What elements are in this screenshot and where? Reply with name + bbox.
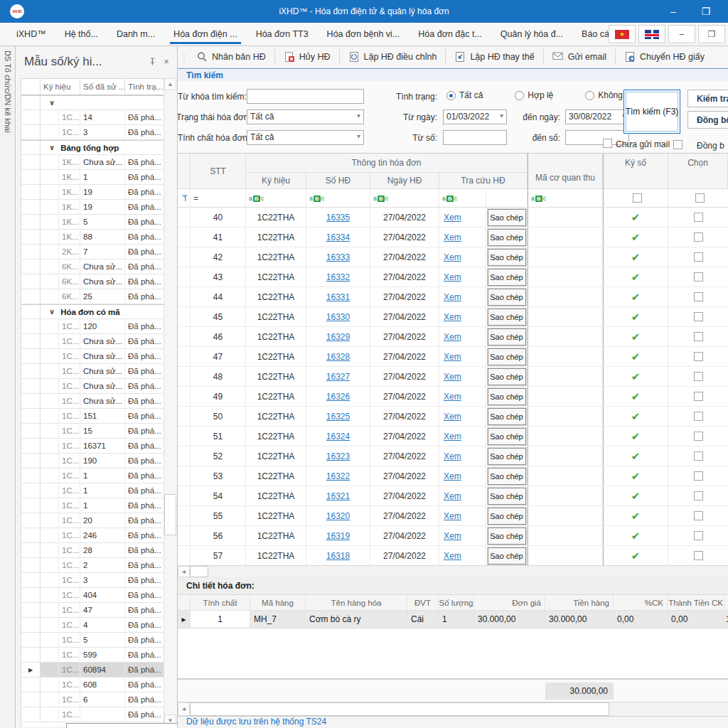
copy-invoice-button[interactable]: Sao chép — [488, 408, 526, 425]
copy-invoice-button[interactable]: Sao chép — [488, 428, 526, 445]
maximize-window-button[interactable]: ❐ — [690, 0, 722, 23]
filter-so-hd[interactable]: aBc — [306, 189, 370, 207]
invoice-number-link[interactable]: 16319 — [326, 531, 350, 541]
scroll-up-icon[interactable]: ▲ — [164, 78, 176, 90]
copy-invoice-button[interactable]: Sao chép — [488, 309, 526, 326]
copy-invoice-button[interactable]: Sao chép — [488, 508, 526, 525]
language-vietnamese-button[interactable] — [609, 25, 636, 43]
sidebar-row[interactable]: 1K...19Đã phá... — [21, 200, 164, 215]
view-invoice-link[interactable]: Xem — [444, 432, 461, 441]
copy-invoice-button[interactable]: Sao chép — [488, 468, 526, 485]
invoice-row[interactable]: 401C22THA1633527/04/2022XemSao chép — [178, 208, 728, 228]
col-ky-so[interactable]: Ký số — [603, 154, 668, 189]
invoice-number-link[interactable]: 16326 — [326, 392, 350, 402]
invoice-row[interactable]: 501C22THA1632527/04/2022XemSao chép — [178, 407, 728, 427]
view-invoice-link[interactable]: Xem — [444, 392, 461, 402]
select-row-checkbox[interactable] — [694, 471, 703, 481]
filter-ngay-hd[interactable]: aBc — [370, 189, 439, 207]
detail-col-8[interactable]: Thành Tiền CK — [668, 595, 724, 610]
col-tra-cuu-hd[interactable]: Tra cứu HĐ — [439, 173, 528, 189]
copy-invoice-button[interactable]: Sao chép — [488, 348, 526, 365]
dock-tab-ds-to-chuc[interactable]: DS Tổ chức/DN kê khai — [4, 50, 12, 132]
view-invoice-link[interactable]: Xem — [444, 252, 461, 262]
sidebar-scrollbar[interactable]: ▲ ▼ — [164, 78, 176, 727]
select-row-checkbox[interactable] — [694, 432, 703, 441]
select-row-checkbox[interactable] — [694, 332, 703, 341]
sidebar-row[interactable]: 6K...Chưa sử...Đã phá... — [21, 274, 164, 289]
view-invoice-link[interactable]: Xem — [444, 511, 461, 521]
select-row-checkbox[interactable] — [694, 491, 703, 500]
invoice-row[interactable]: 531C22THA1632227/04/2022XemSao chép — [178, 466, 728, 486]
select-row-checkbox[interactable] — [694, 511, 703, 520]
detail-col-5[interactable]: Đơn giá — [474, 595, 545, 610]
keyword-input[interactable] — [247, 89, 364, 104]
sidebar-row[interactable]: 1K...5Đã phá... — [21, 215, 164, 230]
view-invoice-link[interactable]: Xem — [444, 471, 461, 481]
detail-hscroll-thumb[interactable] — [190, 702, 609, 716]
detail-col-7[interactable]: %CK — [614, 595, 668, 610]
detail-col-6[interactable]: Tiền hàng — [545, 595, 614, 610]
invoice-row[interactable]: 461C22THA1632927/04/2022XemSao chép — [178, 327, 728, 347]
invoice-number-link[interactable]: 16328 — [326, 352, 350, 362]
menu-item-2[interactable]: Danh m... — [107, 23, 164, 46]
menu-item-5[interactable]: Hóa đơn bệnh vi... — [318, 23, 410, 46]
sidebar-row[interactable]: 1C...Chưa sử...Đã phá... — [21, 364, 164, 379]
pin-icon[interactable] — [145, 55, 159, 69]
sidebar-row[interactable]: 1C...5Đã phá... — [21, 633, 164, 648]
view-invoice-link[interactable]: Xem — [444, 531, 461, 541]
sidebar-row[interactable]: 1C...1Đã phá... — [21, 483, 164, 498]
copy-invoice-button[interactable]: Sao chép — [488, 388, 526, 405]
invoice-row[interactable]: 411C22THA1633427/04/2022XemSao chép — [178, 228, 728, 247]
check-invoice-button[interactable]: Kiểm tra — [687, 90, 728, 107]
filter-ky-so-checkbox[interactable] — [603, 189, 668, 207]
invoice-row[interactable]: 571C22THA1631827/04/2022XemSao chép — [178, 546, 728, 566]
invoice-row[interactable]: 511C22THA1632427/04/2022XemSao chép — [178, 427, 728, 446]
col-ngay-hd[interactable]: Ngày HĐ — [370, 173, 439, 189]
sidebar-row[interactable]: 1C...4Đã phá... — [21, 618, 164, 633]
sidebar-row[interactable]: 1C...599Đã phá... — [21, 648, 164, 663]
menu-item-3[interactable]: Hóa đơn điện ... — [164, 23, 247, 46]
sidebar-row[interactable]: 1C...3Đã phá... — [21, 573, 164, 588]
search-group-header[interactable]: Tìm kiếm — [178, 68, 728, 81]
detail-col-4[interactable]: Số lượng — [439, 595, 474, 610]
sync-button[interactable]: Đồng bộ — [687, 111, 728, 129]
invoice-row[interactable]: 431C22THA1633227/04/2022XemSao chép — [178, 267, 728, 287]
view-invoice-link[interactable]: Xem — [444, 332, 461, 342]
invoice-row[interactable]: 561C22THA1631927/04/2022XemSao chép — [178, 526, 728, 546]
copy-invoice-button[interactable]: Sao chép — [488, 229, 526, 246]
unsent-mail-checkbox[interactable] — [673, 140, 682, 149]
sidebar-row[interactable]: 1C...404Đã phá... — [21, 588, 164, 603]
toolbar-button-0[interactable]: Nhân bản HĐ — [188, 48, 274, 66]
copy-invoice-button[interactable]: Sao chép — [488, 289, 526, 306]
hidden-checkbox[interactable] — [603, 139, 612, 148]
copy-invoice-button[interactable]: Sao chép — [488, 547, 526, 564]
detail-col-3[interactable]: ĐVT — [407, 595, 439, 610]
invoice-number-link[interactable]: 16330 — [326, 312, 350, 322]
sidebar-row[interactable]: 1C...1Đã phá... — [21, 498, 164, 513]
view-invoice-link[interactable]: Xem — [444, 412, 461, 422]
sidebar-row[interactable]: 1C...14Đã phá... — [21, 110, 164, 125]
invoice-number-link[interactable]: 16332 — [326, 272, 350, 282]
invoice-row[interactable]: 471C22THA1632827/04/2022XemSao chép — [178, 347, 728, 367]
sidebar-row[interactable]: 1C...Chưa sử...Đã phá... — [21, 334, 164, 349]
invoice-number-link[interactable]: 16329 — [326, 332, 350, 342]
invoice-row[interactable]: 551C22THA1632027/04/2022XemSao chép — [178, 506, 728, 526]
invoice-number-link[interactable]: 16334 — [326, 232, 350, 242]
band-thong-tin-hoa-don[interactable]: Thông tin hóa đơn — [246, 154, 528, 173]
chevron-down-icon[interactable]: ∨ — [49, 99, 55, 107]
filter-ma-cqt[interactable]: aBc — [528, 189, 603, 207]
view-invoice-link[interactable]: Xem — [444, 312, 461, 322]
sidebar-row[interactable]: 1C...3Đã phá... — [21, 125, 164, 140]
invoice-row[interactable]: 451C22THA1633027/04/2022XemSao chép — [178, 307, 728, 327]
col-ma-co-quan-thue[interactable]: Mã cơ quan thu — [528, 154, 603, 189]
menu-item-6[interactable]: Hóa đơn đặc t... — [409, 23, 491, 46]
invoice-number-link[interactable]: 16325 — [326, 412, 350, 422]
toolbar-button-5[interactable]: Chuyển HĐ giấy — [616, 48, 713, 66]
sidebar-row[interactable]: 1C...6Đã phá... — [21, 692, 164, 707]
sidebar-group-row[interactable]: ∨ — [21, 95, 164, 110]
copy-invoice-button[interactable]: Sao chép — [488, 528, 526, 545]
invoice-row[interactable]: 521C22THA1632327/04/2022XemSao chép — [178, 446, 728, 466]
sidebar-row[interactable]: 6K...25Đã phá... — [21, 289, 164, 304]
invoice-number-link[interactable]: 16333 — [326, 252, 350, 262]
sidebar-row[interactable]: 1K...Chưa sử...Đã phá... — [21, 155, 164, 170]
